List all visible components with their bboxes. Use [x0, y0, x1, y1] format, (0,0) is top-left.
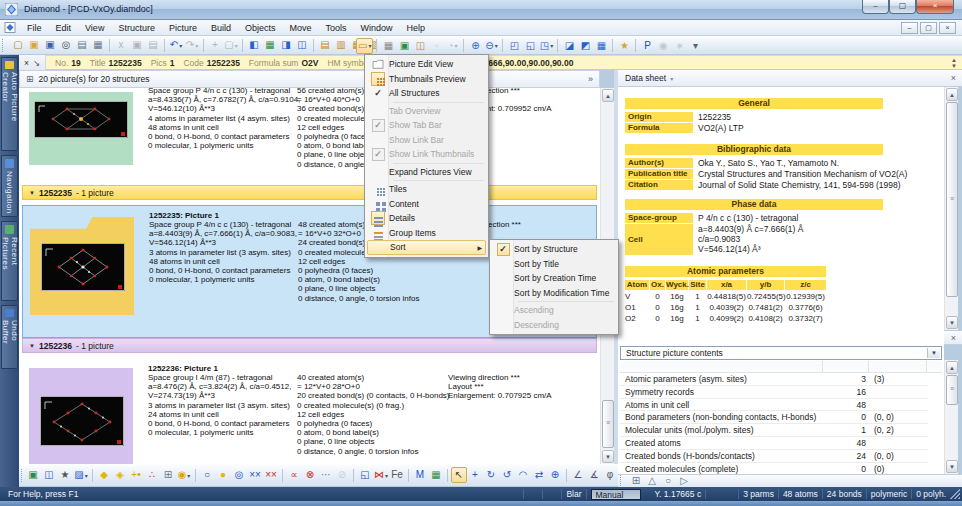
distance-measure-icon[interactable]: ∠ — [570, 467, 586, 483]
hbonds-icon[interactable]: ⋯ — [318, 467, 334, 483]
menu-objects[interactable]: Objects — [238, 21, 283, 35]
chevron-down-icon[interactable]: ▼ — [927, 348, 940, 358]
zoom-in-icon[interactable]: ⊕ — [467, 38, 483, 54]
collapse-arrow-icon[interactable]: ▼ — [29, 190, 35, 196]
menu-help[interactable]: Help — [400, 21, 433, 35]
toolbar-grip[interactable] — [620, 475, 625, 488]
group-header-1252235[interactable]: ▼ 1252235 - 1 picture — [22, 185, 597, 200]
menu-file[interactable]: File — [20, 21, 49, 35]
menu-item-sort-by-creation-time[interactable]: Sort by Creation Time — [492, 271, 616, 286]
planes-icon[interactable]: ⋈▾ — [373, 467, 389, 483]
edit-plane-icon[interactable]: ◱ — [357, 467, 373, 483]
pictures-view-menu-button[interactable]: ▭▾ — [356, 38, 373, 54]
polyhedra-filled-icon[interactable]: ● — [215, 467, 231, 483]
layout-grid-icon[interactable]: ◳▾ — [538, 38, 554, 54]
duplicate-picture-icon[interactable]: ◫ — [412, 38, 428, 54]
minimize-button[interactable]: – — [862, 0, 889, 14]
menu-edit[interactable]: Edit — [49, 21, 79, 35]
menu-item-details[interactable]: Details — [367, 211, 486, 226]
sidebar-tab-recent-pictures[interactable]: Recent Pictures — [1, 221, 18, 301]
properties-scrollbar[interactable]: ▲ ▼ — [944, 360, 958, 474]
bond-settings-icon[interactable]: ⊗ — [302, 467, 318, 483]
close-structure-icon[interactable]: × — [24, 58, 29, 68]
menu-view[interactable]: View — [78, 21, 111, 35]
zoom-out-icon[interactable]: ⊖▾ — [483, 38, 499, 54]
datasheet-close-icon[interactable]: × — [951, 73, 956, 83]
new-picture-icon[interactable]: ▦ — [380, 38, 396, 54]
destroy-contacts-icon[interactable]: ×× — [263, 467, 279, 483]
property-row[interactable]: Created atoms48 — [620, 437, 928, 450]
rotate-z-mode-icon[interactable]: ↺ — [499, 467, 515, 483]
build-molecules-icon[interactable]: ◈ — [112, 467, 128, 483]
toolbar-grip[interactable] — [21, 469, 22, 482]
picture-settings-icon[interactable]: ◫ — [41, 467, 57, 483]
menu-item-picture-edit-view[interactable]: Picture Edit View — [367, 57, 486, 72]
table-angles-icon[interactable]: ▥ — [333, 37, 349, 53]
labels-icon[interactable]: Fe — [389, 467, 405, 483]
property-row[interactable]: Atoms in unit cell48 — [620, 399, 928, 412]
copy-picture-icon[interactable]: ▣ — [396, 38, 412, 54]
structure-thumbnail[interactable] — [29, 92, 133, 165]
powder-pattern-icon[interactable]: ◩ — [577, 38, 593, 54]
wizard-icon[interactable]: ★ — [616, 38, 632, 54]
packing-icon[interactable]: ◉▾ — [176, 467, 192, 483]
mdi-minimize-button[interactable]: – — [901, 22, 918, 34]
scroll-down-arrow[interactable]: ▼ — [946, 460, 958, 473]
sidebar-tab-navigation[interactable]: Navigation — [1, 155, 18, 217]
pointer-mode-icon[interactable]: ↖ — [451, 467, 467, 483]
menu-window[interactable]: Window — [353, 21, 399, 35]
mdi-close-button[interactable]: × — [939, 22, 956, 34]
open-document-icon[interactable]: ▣ — [26, 37, 42, 53]
save-icon[interactable]: ▣ — [42, 37, 58, 53]
export-picture-icon[interactable]: ▨▾ — [73, 467, 89, 483]
picture-item[interactable]: 1252236: Picture 1 Space group I 4/m (87… — [19, 358, 598, 464]
picture-properties-icon[interactable]: ▦ — [428, 467, 444, 483]
properties-icon[interactable]: P — [639, 38, 655, 54]
sidebar-tab-undo-buffer[interactable]: Undo Buffer — [1, 305, 18, 369]
menu-item-expand-pictures-view[interactable]: Expand Pictures View — [367, 165, 486, 180]
group-header-1252236[interactable]: ▼ 1252236 - 1 picture — [22, 338, 597, 353]
zoom-mode-icon[interactable]: ⊕ — [547, 467, 563, 483]
toolbar-grip[interactable] — [2, 39, 7, 52]
property-row[interactable]: Symmetry records16 — [620, 386, 928, 399]
contacts-icon[interactable]: ×× — [247, 467, 263, 483]
structure-spinner[interactable]: ▲▼ — [951, 57, 957, 69]
menu-item-all-structures[interactable]: ✓ All Structures — [367, 86, 486, 101]
undo-icon[interactable]: ↶▾ — [168, 37, 184, 53]
menu-item-thumbnails-preview[interactable]: Thumbnails Preview — [367, 72, 486, 87]
table-view-icon[interactable]: ▦ — [593, 38, 609, 54]
scrollbar-thumb[interactable] — [946, 102, 958, 297]
table-distances-icon[interactable]: ▤ — [317, 37, 333, 53]
property-row[interactable]: Bond parameters (non-bonding contacts, H… — [620, 411, 928, 424]
properties-category-select[interactable]: Structure picture contents ▼ — [620, 346, 942, 360]
scroll-down-arrow[interactable]: ▼ — [946, 316, 958, 329]
apply-structure-icon[interactable]: ↘ — [33, 58, 40, 68]
menu-item-sort[interactable]: Sort ▶ — [367, 240, 486, 255]
add-species-icon[interactable]: ∴ — [144, 467, 160, 483]
close-button[interactable]: × — [916, 0, 954, 14]
sidebar-tab-auto-picture-creator[interactable]: Auto Picture Creator — [1, 57, 18, 151]
structure-thumbnail[interactable] — [29, 368, 133, 464]
print-preview-icon[interactable]: ▤ — [74, 37, 90, 53]
property-row[interactable]: Atomic parameters (asym. sites)3(3) — [620, 373, 928, 386]
property-row[interactable]: Molecular units (mol./polym. sites)1(0, … — [620, 424, 928, 437]
build-cell-icon[interactable]: ◆ — [96, 467, 112, 483]
find-icon[interactable]: ◎ — [58, 37, 74, 53]
connectivity-icon[interactable]: ⊞ — [160, 467, 176, 483]
structure-window-icon[interactable]: ◨ — [278, 37, 294, 53]
coordination-icon[interactable]: ◎ — [231, 467, 247, 483]
layout-normal-icon[interactable]: ◰ — [506, 38, 522, 54]
menu-item-tiles[interactable]: Tiles — [367, 182, 486, 197]
print-icon[interactable]: ▦ — [90, 37, 106, 53]
angle-measure-icon[interactable]: ∡ — [586, 467, 602, 483]
torsion-measure-icon[interactable]: φ — [602, 467, 618, 483]
datasheet-pin-icon[interactable]: ▾ — [670, 75, 673, 82]
rotate-mode-icon[interactable]: ↻ — [483, 467, 499, 483]
polyhedra-icon[interactable]: ○ — [199, 467, 215, 483]
scrollbar-thumb[interactable] — [602, 400, 614, 448]
maximize-button[interactable]: ▢ — [889, 0, 916, 14]
scroll-up-arrow[interactable]: ▲ — [602, 89, 614, 102]
scroll-down-arrow[interactable]: ▼ — [602, 450, 614, 463]
thumbnails-window-icon[interactable]: ▦ — [262, 37, 278, 53]
menu-item-sort-by-modification-time[interactable]: Sort by Modification Time — [492, 286, 616, 301]
